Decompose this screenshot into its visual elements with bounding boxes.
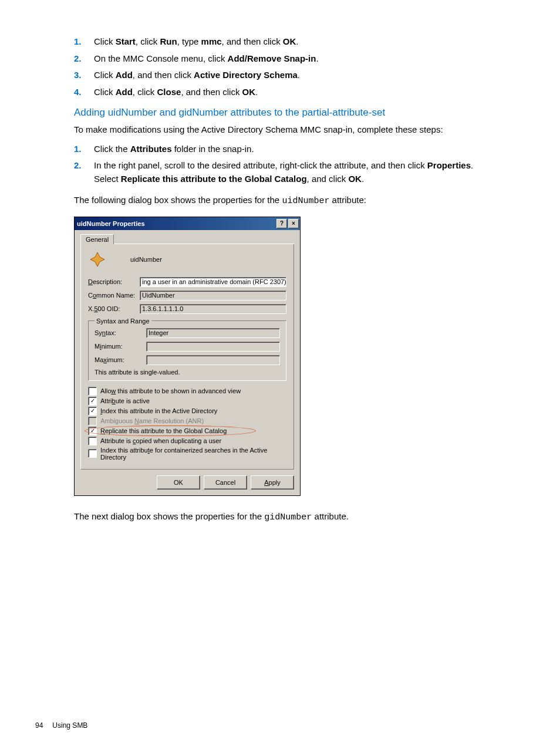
desc-label: Description:	[88, 278, 140, 285]
check-anr: Ambiguous Name Resolution (ANR)	[88, 417, 286, 426]
check-replicate-gc[interactable]: ✓Replicate this attribute to the Global …	[88, 427, 286, 436]
check-index-containerized[interactable]: Index this attribute for containerized s…	[88, 447, 286, 461]
oid-field: 1.3.6.1.1.1.1.0	[140, 304, 286, 314]
step-4: 4. Click Add, click Close, and then clic…	[74, 86, 507, 99]
properties-dialog: uidNumber Properties ? × General uidNumb…	[74, 217, 301, 496]
help-icon[interactable]: ?	[276, 219, 287, 228]
para-before-dialog: The following dialog box shows the prope…	[74, 194, 507, 208]
desc-field[interactable]: ing a user in an administrative domain (…	[140, 277, 286, 287]
max-label: Maximum:	[95, 356, 146, 363]
step2-1: 1. Click the Attributes folder in the sn…	[74, 143, 507, 156]
step2-2: 2. In the right panel, scroll to the des…	[74, 159, 507, 185]
max-field	[146, 355, 280, 365]
section-heading: Adding uidNumber and gidNumber attribute…	[74, 107, 507, 119]
attribute-icon	[88, 250, 107, 269]
check-index-ad[interactable]: ✓Index this attribute in the Active Dire…	[88, 407, 286, 416]
steps-list-2: 1. Click the Attributes folder in the sn…	[74, 143, 507, 186]
step-3: 3. Click Add, and then click Active Dire…	[74, 69, 507, 82]
check-attribute-active[interactable]: ✓Attribute is active	[88, 397, 286, 406]
attribute-name: uidNumber	[130, 256, 162, 263]
close-icon[interactable]: ×	[288, 219, 299, 228]
single-valued-note: This attribute is single-valued.	[95, 369, 280, 376]
svg-marker-0	[90, 252, 104, 266]
step-2: 2. On the MMC Console menu, click Add/Re…	[74, 52, 507, 66]
step-1: 1. Click Start, click Run, type mmc, and…	[74, 35, 507, 49]
tab-general[interactable]: General	[80, 234, 114, 244]
intro-text: To make modifications using the Active D…	[74, 123, 507, 137]
dialog-titlebar: uidNumber Properties ? ×	[75, 217, 300, 230]
cancel-button[interactable]: Cancel	[204, 475, 247, 490]
syntax-range-group: Syntax and Range Syntax: Integer Minimum…	[88, 318, 286, 381]
check-copied-duplicate[interactable]: Attribute is copied when duplicating a u…	[88, 437, 286, 445]
check-advanced-view[interactable]: Allow this attribute to be shown in adva…	[88, 387, 286, 396]
oid-label: X.500 OID:	[88, 305, 140, 312]
min-label: Minimum:	[95, 343, 146, 350]
apply-button[interactable]: Apply	[251, 475, 294, 490]
ok-button[interactable]: OK	[157, 475, 200, 490]
common-field: UidNumber	[140, 291, 286, 301]
para-after-dialog: The next dialog box shows the properties…	[74, 510, 507, 525]
syntax-label: Syntax:	[95, 329, 146, 336]
common-label: Common Name:	[88, 292, 140, 299]
syntax-field: Integer	[146, 328, 280, 338]
dialog-title: uidNumber Properties	[77, 220, 275, 227]
min-field	[146, 342, 280, 352]
steps-list-1: 1. Click Start, click Run, type mmc, and…	[74, 35, 507, 99]
